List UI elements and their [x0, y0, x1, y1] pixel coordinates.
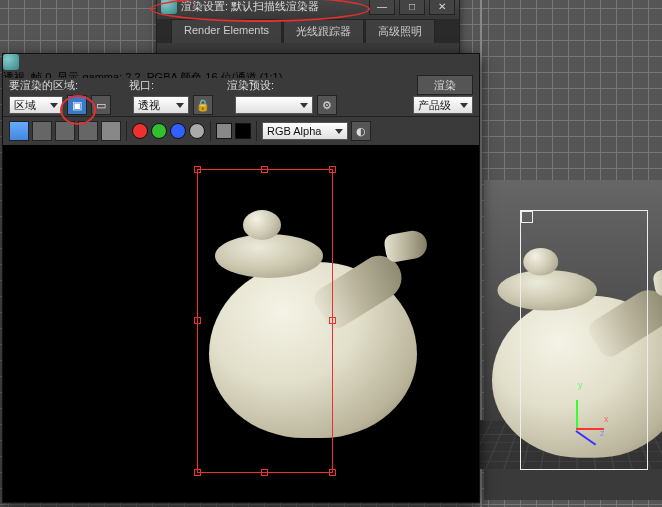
viewport-dropdown[interactable]: 透视	[133, 96, 189, 114]
tab-render-elements[interactable]: Render Elements	[171, 19, 282, 43]
frame-buffer-canvas[interactable]	[3, 145, 479, 502]
frame-buffer-window: 透视, 帧 0, 显示 gamma: 2.2, RGBA 颜色 16 位/通道 …	[2, 53, 480, 503]
lock-viewport-button[interactable]: 🔒	[193, 95, 213, 115]
viewport-label: 视口:	[129, 78, 223, 93]
separator	[256, 121, 257, 141]
clear-image-button[interactable]	[101, 121, 121, 141]
render-setup-titlebar[interactable]: 渲染设置: 默认扫描线渲染器 — □ ✕	[157, 0, 459, 19]
preset-dropdown[interactable]	[235, 96, 313, 114]
frame-buffer-toolbar: RGB Alpha ◐	[3, 116, 479, 145]
color-picker-button[interactable]: ◐	[351, 121, 371, 141]
region-handle-s[interactable]	[261, 469, 268, 476]
auto-region-button[interactable]: ▣	[67, 95, 87, 115]
maximize-button[interactable]: □	[399, 0, 425, 15]
area-label: 要渲染的区域:	[9, 78, 125, 93]
region-handle-e[interactable]	[329, 317, 336, 324]
region-handle-ne[interactable]	[329, 166, 336, 173]
region-handle-n[interactable]	[261, 166, 268, 173]
channel-dropdown[interactable]: RGB Alpha	[262, 122, 348, 140]
area-dropdown[interactable]: 区域	[9, 96, 63, 114]
transform-gizmo[interactable]: x y z	[556, 392, 602, 438]
production-dropdown[interactable]: 产品级	[413, 96, 473, 114]
render-setup-title: 渲染设置: 默认扫描线渲染器	[181, 0, 365, 14]
render-setup-tabs: Render Elements 光线跟踪器 高级照明	[157, 19, 459, 43]
minimize-button[interactable]: —	[369, 0, 395, 15]
preset-settings-button[interactable]: ⚙	[317, 95, 337, 115]
frame-buffer-titlebar[interactable]: 透视, 帧 0, 显示 gamma: 2.2, RGBA 颜色 16 位/通道 …	[3, 54, 479, 78]
separator	[126, 121, 127, 141]
app-icon	[161, 0, 177, 14]
separator	[210, 121, 211, 141]
render-region-box[interactable]	[197, 169, 333, 473]
save-image-button[interactable]	[9, 121, 29, 141]
mono-toggle[interactable]	[216, 123, 232, 139]
red-channel-toggle[interactable]	[132, 123, 148, 139]
region-handle-nw[interactable]	[194, 166, 201, 173]
bg-toggle[interactable]	[235, 123, 251, 139]
copy-image-button[interactable]	[32, 121, 52, 141]
app-icon	[3, 54, 19, 70]
close-button[interactable]: ✕	[429, 0, 455, 15]
green-channel-toggle[interactable]	[151, 123, 167, 139]
preset-label: 渲染预设:	[227, 78, 337, 93]
edit-region-button[interactable]: ▭	[91, 95, 111, 115]
blue-channel-toggle[interactable]	[170, 123, 186, 139]
alpha-channel-toggle[interactable]	[189, 123, 205, 139]
tab-raytracer[interactable]: 光线跟踪器	[283, 19, 364, 43]
tab-advanced-lighting[interactable]: 高级照明	[365, 19, 435, 43]
region-handle-w[interactable]	[194, 317, 201, 324]
region-handle-se[interactable]	[329, 469, 336, 476]
region-handle-sw[interactable]	[194, 469, 201, 476]
render-button[interactable]: 渲染	[417, 75, 473, 95]
clone-image-button[interactable]	[55, 121, 75, 141]
print-image-button[interactable]	[78, 121, 98, 141]
